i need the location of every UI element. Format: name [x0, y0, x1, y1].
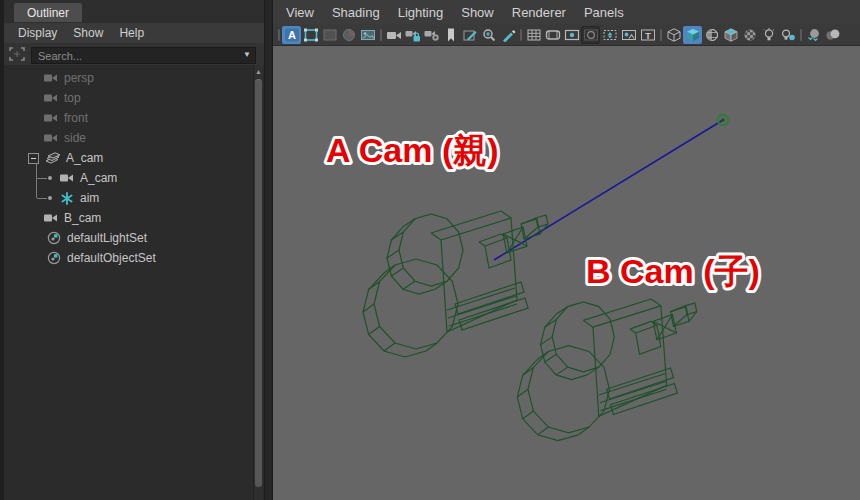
use-default-material-icon[interactable] — [740, 26, 759, 44]
camera-icon — [44, 92, 58, 104]
outliner-scrollbar[interactable]: ▲ — [253, 65, 263, 500]
branch-line — [36, 163, 37, 198]
motion-blur-icon[interactable] — [823, 26, 842, 44]
wireframe-display-icon[interactable] — [664, 26, 683, 44]
tree-item-label: persp — [64, 71, 94, 85]
object-set-icon — [47, 231, 61, 245]
maya-window: Outliner Display Show Help pe — [0, 0, 860, 500]
isolate-select-icon[interactable]: A — [282, 26, 301, 44]
resolution-gate-icon[interactable] — [562, 26, 581, 44]
camera-icon — [44, 212, 58, 224]
object-set-icon — [47, 251, 61, 265]
scroll-up-icon[interactable]: ▲ — [254, 65, 263, 77]
outliner-tab[interactable]: Outliner — [14, 3, 82, 22]
marquee-select-icon[interactable] — [301, 26, 320, 44]
gate-mask-icon[interactable] — [581, 26, 600, 44]
viewport-toolbar: A — [273, 24, 860, 46]
camera-icon — [60, 172, 74, 184]
outliner-tree: persp top front side A_c — [4, 65, 264, 500]
outliner-panel: Outliner Display Show Help pe — [0, 0, 264, 500]
branch-line — [37, 198, 47, 199]
viewport-panel: View Shading Lighting Show Renderer Pane… — [273, 0, 860, 500]
tree-item-label: front — [64, 111, 88, 125]
toolbar-separator — [517, 26, 524, 44]
branch-dot — [48, 176, 52, 180]
camera-attributes-icon[interactable] — [422, 26, 441, 44]
camera-icon — [44, 112, 58, 124]
tree-item-side[interactable]: side — [4, 128, 264, 148]
branch-line — [37, 178, 47, 179]
outliner-tab-strip: Outliner — [4, 0, 264, 23]
wireframe-on-shaded-icon[interactable] — [702, 26, 721, 44]
grease-pencil-icon[interactable] — [460, 26, 479, 44]
viewport-3d[interactable]: A Cam (親) B Cam (子) — [273, 46, 860, 500]
tree-item-label: side — [64, 131, 86, 145]
tree-item-label: aim — [80, 191, 99, 205]
smooth-shade-display-icon[interactable] — [683, 26, 702, 44]
field-chart-icon[interactable] — [600, 26, 619, 44]
aim-constraint-line[interactable] — [494, 120, 723, 260]
outliner-menu-show[interactable]: Show — [65, 26, 111, 40]
tree-item-label: A_cam — [80, 171, 117, 185]
menu-panels[interactable]: Panels — [575, 5, 633, 20]
grid-icon[interactable] — [524, 26, 543, 44]
aim-locator[interactable] — [718, 115, 728, 125]
outliner-menu-help[interactable]: Help — [111, 26, 152, 40]
annotate-pencil-icon[interactable] — [498, 26, 517, 44]
tree-item-b-cam[interactable]: B_cam — [4, 208, 264, 228]
tree-item-default-light-set[interactable]: defaultLightSet — [4, 228, 264, 248]
collapse-icon[interactable] — [28, 153, 39, 164]
locator-icon — [60, 192, 74, 205]
tree-item-label: top — [64, 91, 81, 105]
safe-title-icon[interactable]: T — [638, 26, 657, 44]
viewport-canvas: A Cam (親) B Cam (子) — [273, 46, 860, 500]
menu-lighting[interactable]: Lighting — [389, 5, 453, 20]
inactive-display-icon[interactable] — [320, 26, 339, 44]
select-camera-icon[interactable] — [384, 26, 403, 44]
safe-action-icon[interactable] — [619, 26, 638, 44]
outliner-menu-display[interactable]: Display — [10, 26, 65, 40]
tree-item-front[interactable]: front — [4, 108, 264, 128]
branch-dot — [48, 196, 52, 200]
label-b-cam: B Cam (子) — [586, 252, 760, 290]
tree-item-default-object-set[interactable]: defaultObjectSet — [4, 248, 264, 268]
bookmarks-icon[interactable] — [441, 26, 460, 44]
outliner-search-row — [4, 43, 264, 65]
pan-zoom-icon[interactable] — [479, 26, 498, 44]
menu-shading[interactable]: Shading — [323, 5, 389, 20]
image-plane-icon[interactable] — [358, 26, 377, 44]
textured-display-icon[interactable] — [721, 26, 740, 44]
tree-item-a-cam-group[interactable]: A_cam — [4, 148, 264, 168]
panel-splitter[interactable] — [264, 0, 273, 500]
screen-space-ao-icon[interactable] — [804, 26, 823, 44]
tree-item-label: A_cam — [66, 151, 103, 165]
scrollbar-thumb[interactable] — [255, 79, 262, 487]
tree-item-label: defaultObjectSet — [67, 251, 156, 265]
toolbar-separator — [657, 26, 664, 44]
menu-show[interactable]: Show — [452, 5, 503, 20]
filter-icon[interactable] — [8, 46, 26, 62]
shadows-icon[interactable] — [778, 26, 797, 44]
tree-item-persp[interactable]: persp — [4, 68, 264, 88]
tree-item-label: defaultLightSet — [67, 231, 147, 245]
a-cam-wireframe[interactable] — [363, 211, 548, 357]
svg-text:T: T — [645, 30, 651, 40]
outliner-menubar: Display Show Help — [4, 23, 264, 43]
color-wheel-icon[interactable] — [339, 26, 358, 44]
grip-icon — [275, 26, 282, 44]
tree-item-label: B_cam — [64, 211, 101, 225]
search-input[interactable] — [31, 47, 256, 64]
tree-item-top[interactable]: top — [4, 88, 264, 108]
film-gate-icon[interactable] — [543, 26, 562, 44]
svg-text:A: A — [288, 29, 296, 41]
camera-icon — [44, 72, 58, 84]
camera-group-icon — [45, 152, 60, 165]
b-cam-wireframe[interactable] — [517, 299, 696, 441]
lighting-mode-icon[interactable] — [759, 26, 778, 44]
toolbar-separator — [797, 26, 804, 44]
lock-camera-icon[interactable] — [403, 26, 422, 44]
menu-view[interactable]: View — [277, 5, 323, 20]
menu-renderer[interactable]: Renderer — [503, 5, 575, 20]
toolbar-separator — [377, 26, 384, 44]
search-dropdown-icon — [31, 46, 256, 63]
